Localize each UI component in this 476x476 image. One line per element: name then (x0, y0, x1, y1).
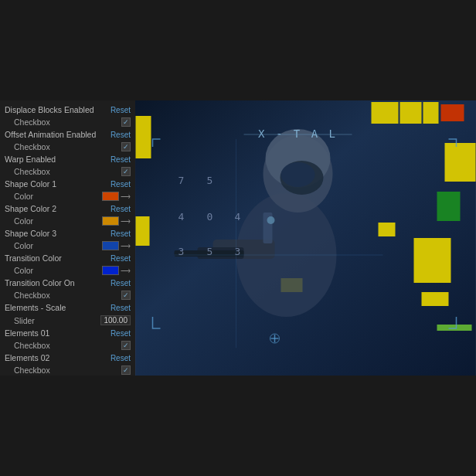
reset-elements-02[interactable]: Reset (110, 354, 131, 362)
row-displace-blocks-enabled: Displace Blocks EnabledReset (0, 104, 135, 116)
svg-rect-2 (136, 216, 150, 246)
row-shape-color-1-color[interactable]: Color⟶ (0, 190, 135, 202)
svg-text:5: 5 (207, 246, 213, 257)
row-elements-scale: Elements - ScaleReset (0, 301, 135, 314)
label-elements-01-checkbox: Checkbox (5, 341, 121, 350)
row-offset-animation-enabled: Offset Animation EnabledReset (0, 128, 135, 141)
svg-rect-5 (423, 102, 439, 124)
scene-svg: X - T A L 7 5 4 0 4 3 5 3 (135, 100, 476, 376)
reset-offset-animation-enabled[interactable]: Reset (110, 131, 131, 139)
color-swatch-shape-color-1-color[interactable] (102, 192, 119, 201)
svg-text:3: 3 (178, 246, 185, 257)
color-swatch-shape-color-2-color[interactable] (102, 216, 119, 226)
row-transition-color-on: Transition Color OnReset (0, 277, 135, 289)
svg-rect-11 (379, 223, 396, 236)
row-warp-enabled: Warp EnabledReset (0, 153, 135, 165)
reset-transition-color[interactable]: Reset (110, 254, 131, 263)
reset-shape-color-2[interactable]: Reset (110, 205, 131, 213)
svg-text:5: 5 (207, 175, 213, 186)
label-warp-checkbox: Checkbox (5, 167, 121, 176)
video-preview: X - T A L 7 5 4 0 4 3 5 3 (135, 100, 476, 376)
label-shape-color-3: Shape Color 3 (5, 229, 107, 238)
checkbox-offset-checkbox[interactable] (121, 142, 131, 151)
row-elements-scale-slider[interactable]: Slider100.00 (0, 314, 135, 327)
label-offset-checkbox: Checkbox (5, 142, 121, 151)
row-warp-checkbox[interactable]: Checkbox (0, 165, 135, 178)
color-row-shape-color-3-color: ⟶ (102, 241, 131, 250)
label-offset-animation-enabled: Offset Animation Enabled (5, 130, 107, 139)
reset-elements-01[interactable]: Reset (110, 329, 131, 338)
checkbox-elements-02-checkbox[interactable] (121, 366, 131, 375)
reset-shape-color-1[interactable]: Reset (110, 180, 131, 189)
label-elements-02: Elements 02 (5, 353, 107, 362)
label-elements-02-checkbox: Checkbox (5, 366, 121, 375)
label-elements-scale-slider: Slider (5, 316, 100, 325)
row-shape-color-1: Shape Color 1Reset (0, 178, 135, 190)
checkbox-displace-checkbox[interactable] (121, 117, 131, 127)
checkbox-transition-color-on-checkbox[interactable] (121, 291, 131, 300)
svg-point-23 (267, 216, 275, 224)
label-elements-01: Elements 01 (5, 328, 107, 338)
reset-shape-color-3[interactable]: Reset (110, 230, 131, 238)
svg-rect-3 (372, 102, 399, 124)
reset-warp-enabled[interactable]: Reset (110, 155, 131, 164)
row-shape-color-2-color[interactable]: Color⟶ (0, 215, 135, 227)
reset-transition-color-on[interactable]: Reset (110, 279, 131, 287)
svg-rect-6 (441, 104, 464, 121)
color-row-shape-color-2-color: ⟶ (102, 216, 131, 226)
svg-rect-1 (136, 116, 151, 158)
svg-point-18 (281, 162, 315, 187)
label-displace-blocks-enabled: Displace Blocks Enabled (5, 105, 107, 114)
row-elements-01-checkbox[interactable]: Checkbox (0, 339, 135, 352)
slider-value-elements-scale-slider[interactable]: 100.00 (100, 315, 131, 325)
svg-rect-7 (445, 143, 476, 182)
label-shape-color-1-color: Color (5, 192, 102, 201)
svg-text:4: 4 (235, 211, 241, 223)
checkbox-elements-01-checkbox[interactable] (121, 341, 131, 350)
row-transition-color-color[interactable]: Color⟶ (0, 264, 135, 277)
label-displace-checkbox: Checkbox (5, 117, 121, 127)
color-arrow-shape-color-3-color: ⟶ (121, 242, 131, 250)
video-background: X - T A L 7 5 4 0 4 3 5 3 (135, 100, 476, 376)
row-transition-color: Transition ColorReset (0, 252, 135, 264)
row-shape-color-3: Shape Color 3Reset (0, 227, 135, 240)
row-elements-01: Elements 01Reset (0, 327, 135, 339)
label-shape-color-1: Shape Color 1 (5, 179, 107, 189)
effects-panel: Displace Blocks EnabledResetCheckboxOffs… (0, 100, 135, 376)
svg-rect-13 (437, 325, 472, 331)
color-arrow-transition-color-color: ⟶ (121, 267, 131, 274)
label-transition-color-on-checkbox: Checkbox (5, 291, 121, 300)
color-arrow-shape-color-2-color: ⟶ (121, 217, 131, 225)
row-shape-color-2: Shape Color 2Reset (0, 202, 135, 215)
color-swatch-transition-color-color[interactable] (102, 266, 119, 275)
row-elements-02: Elements 02Reset (0, 352, 135, 364)
svg-rect-4 (400, 102, 422, 124)
svg-rect-10 (422, 292, 449, 306)
row-transition-color-on-checkbox[interactable]: Checkbox (0, 289, 135, 301)
label-transition-color-on: Transition Color On (5, 278, 107, 287)
label-elements-scale: Elements - Scale (5, 303, 107, 312)
svg-text:4: 4 (178, 211, 185, 223)
reset-displace-blocks-enabled[interactable]: Reset (110, 106, 131, 114)
color-arrow-shape-color-1-color: ⟶ (121, 192, 131, 200)
reset-elements-scale[interactable]: Reset (110, 304, 131, 312)
color-swatch-shape-color-3-color[interactable] (102, 241, 119, 250)
svg-text:0: 0 (207, 211, 213, 223)
row-shape-color-3-color[interactable]: Color⟶ (0, 240, 135, 252)
label-shape-color-3-color: Color (5, 241, 102, 250)
label-shape-color-2: Shape Color 2 (5, 204, 107, 213)
color-row-transition-color-color: ⟶ (102, 266, 131, 275)
label-transition-color: Transition Color (5, 253, 107, 263)
label-shape-color-2-color: Color (5, 216, 102, 226)
label-warp-enabled: Warp Enabled (5, 155, 107, 164)
color-row-shape-color-1-color: ⟶ (102, 192, 131, 201)
row-displace-checkbox[interactable]: Checkbox (0, 116, 135, 128)
label-transition-color-color: Color (5, 266, 102, 275)
row-offset-checkbox[interactable]: Checkbox (0, 141, 135, 153)
checkbox-warp-checkbox[interactable] (121, 167, 131, 176)
row-elements-02-checkbox[interactable]: Checkbox (0, 364, 135, 376)
svg-rect-9 (414, 238, 451, 283)
svg-text:3: 3 (235, 246, 241, 257)
svg-text:X - T A L: X - T A L (258, 128, 338, 140)
svg-rect-8 (437, 192, 461, 221)
